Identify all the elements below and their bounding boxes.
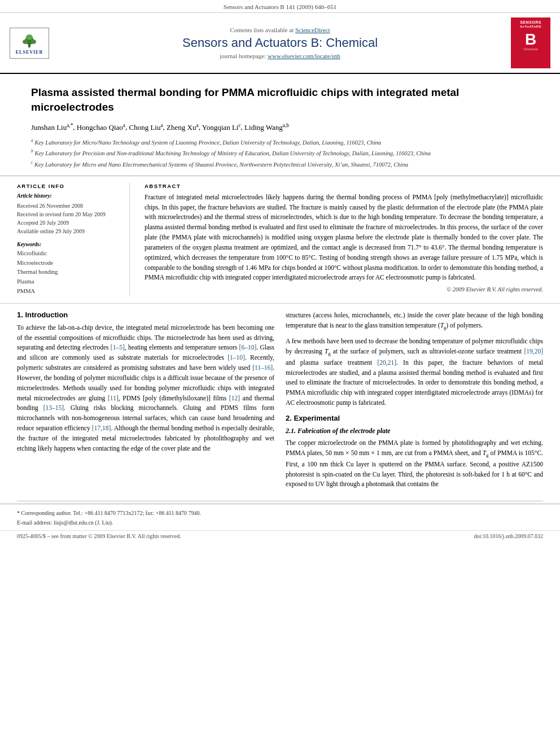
article-title-section: Plasma assisted thermal bonding for PMMA…	[0, 74, 560, 176]
bottom-bar: 0925-4005/$ – see front matter © 2009 El…	[0, 530, 560, 541]
authors-line: Junshan Liua,*, Hongchao Qiaoa, Chong Li…	[31, 121, 529, 133]
section1-para1: To achieve the lab-on-a-chip device, the…	[17, 323, 274, 454]
author-4: Zheng Xua	[167, 123, 199, 132]
page-footer: * Corresponding author. Tel.: +86 411 84…	[0, 504, 560, 530]
abstract-col: ABSTRACT Fracture of integrated metal mi…	[141, 183, 543, 296]
body-right-col: structures (access holes, microchannels,…	[286, 311, 543, 494]
ref-19-20[interactable]: [19,20]	[524, 348, 543, 355]
article-title: Plasma assisted thermal bonding for PMMA…	[31, 85, 529, 114]
abstract-text: Fracture of integrated metal microelectr…	[145, 193, 543, 283]
header-center: Contents lists available at ScienceDirec…	[58, 18, 502, 68]
affiliations: a Key Laboratory for Micro/Nano Technolo…	[31, 137, 529, 169]
svg-point-2	[23, 40, 28, 44]
affil-b: b Key Laboratory for Precision and Non-t…	[31, 148, 529, 158]
accepted-date: Accepted 20 July 2009	[17, 219, 121, 227]
author-2: Hongchao Qiaoa	[77, 123, 125, 132]
sensors-b: B	[525, 32, 536, 47]
article-info-col: ARTICLE INFO Article history: Received 2…	[17, 183, 130, 296]
svg-point-3	[30, 40, 36, 44]
revised-date: Received in revised form 20 May 2009	[17, 210, 121, 219]
journal-title: Sensors and Actuators B: Chemical	[182, 36, 378, 50]
ref-12[interactable]: [12]	[229, 395, 240, 401]
article-info-header: ARTICLE INFO	[17, 183, 121, 189]
elsevier-logo-box: ELSEVIER	[10, 28, 49, 59]
contents-line: Contents lists available at ScienceDirec…	[230, 27, 330, 33]
sciencedirect-link[interactable]: ScienceDirect	[295, 27, 330, 33]
journal-bar: Sensors and Actuators B 141 (2009) 646–6…	[0, 0, 560, 13]
journal-citation: Sensors and Actuators B 141 (2009) 646–6…	[224, 3, 336, 10]
section2-1-text: The copper microelectrode on the PMMA pl…	[286, 438, 543, 490]
author-5: Yongqian Lic	[202, 123, 241, 132]
copyright: © 2009 Elsevier B.V. All rights reserved…	[145, 286, 543, 292]
author-6: Liding Wanga,b	[244, 123, 289, 132]
ref-1-5[interactable]: [1–5]	[111, 344, 125, 351]
ref-11[interactable]: [11]	[108, 395, 119, 401]
footer-divider	[17, 501, 543, 501]
corresponding-author: * Corresponding author. Tel.: +86 411 84…	[17, 509, 543, 517]
available-date: Available online 29 July 2009	[17, 227, 121, 235]
sensors-logo-inner: SENSORS AcTuAToRS B Chemical	[511, 18, 550, 68]
affil-c: c Key Laboratory for Micro and Nano Elec…	[31, 159, 529, 169]
keyword-1: Microfluidic	[17, 249, 121, 259]
keyword-3: Thermal bonding	[17, 268, 121, 277]
abstract-header: ABSTRACT	[145, 183, 543, 189]
section2-1-title: 2.1. Fabrication of the electrode plate	[286, 427, 543, 435]
history-label: Article history:	[17, 193, 121, 199]
journal-homepage: journal homepage: www.elsevier.com/locat…	[220, 53, 340, 59]
svg-point-4	[26, 34, 33, 40]
ref-11-16[interactable]: [11–16]	[252, 364, 273, 371]
ref-6-10[interactable]: [6–10]	[239, 344, 257, 351]
elsevier-wordmark: ELSEVIER	[16, 50, 43, 55]
section1-title: 1. Introduction	[17, 311, 274, 319]
section1-continuation: structures (access holes, microchannels,…	[286, 311, 543, 332]
affil-a: a Key Laboratory for Micro/Nano Technolo…	[31, 137, 529, 147]
ref-13-15[interactable]: [13–15]	[43, 404, 64, 411]
journal-header: ELSEVIER Contents lists available at Sci…	[0, 13, 560, 74]
issn-line: 0925-4005/$ – see front matter © 2009 El…	[17, 533, 181, 539]
sensors-chemical: Chemical	[523, 47, 537, 51]
section2-title: 2. Experimental	[286, 414, 543, 422]
author-1: Junshan Liua,*	[31, 123, 73, 132]
email-line: E-mail address: liujs@dlut.edu.cn (J. Li…	[17, 518, 543, 527]
ref-20-21[interactable]: [20,21]	[377, 359, 396, 366]
elsevier-logo: ELSEVIER	[7, 18, 52, 68]
keyword-5: PMMA	[17, 287, 121, 296]
author-3: Chong Liua	[129, 123, 163, 132]
article-info-abstract-section: ARTICLE INFO Article history: Received 2…	[0, 176, 560, 304]
homepage-link[interactable]: www.elsevier.com/locate/snb	[268, 53, 340, 59]
page-wrapper: Sensors and Actuators B 141 (2009) 646–6…	[0, 0, 560, 541]
keyword-4: Plasma	[17, 277, 121, 287]
body-section: 1. Introduction To achieve the lab-on-a-…	[0, 304, 560, 501]
doi-line: doi:10.1016/j.snb.2009.07.032	[474, 533, 543, 539]
keyword-2: Microelectrode	[17, 259, 121, 268]
ref-1-10[interactable]: [1–10]	[228, 354, 245, 361]
elsevier-tree-svg	[18, 32, 41, 49]
sensors-logo: SENSORS AcTuAToRS B Chemical	[508, 18, 553, 68]
sensors-text-1: SENSORS AcTuAToRS	[520, 20, 541, 29]
keywords-label: Keywords:	[17, 241, 121, 247]
received-date: Received 26 November 2008	[17, 202, 121, 210]
section1-para2: A few methods have been used to decrease…	[286, 337, 543, 408]
body-left-col: 1. Introduction To achieve the lab-on-a-…	[17, 311, 274, 494]
ref-17-18[interactable]: [17,18]	[92, 425, 111, 431]
